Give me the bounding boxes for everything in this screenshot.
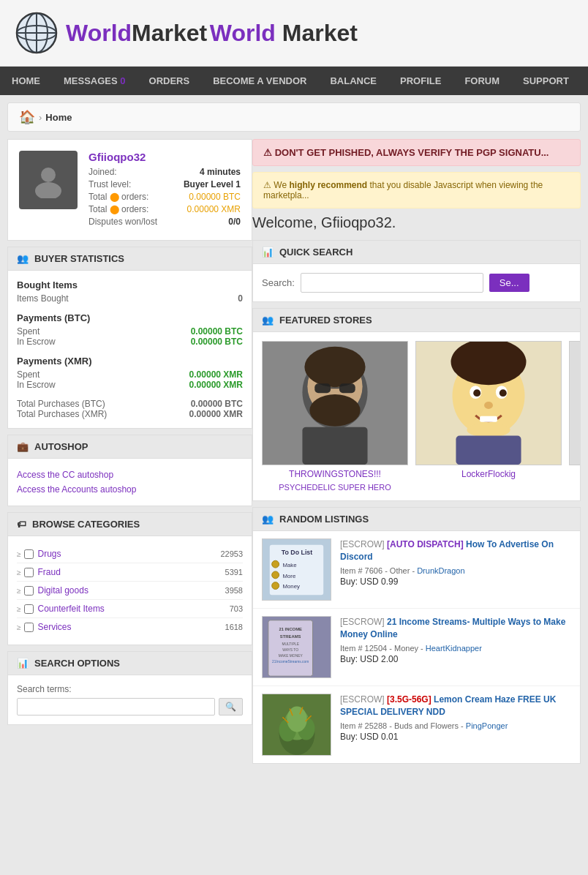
store-name-lockerflockig[interactable]: LockerFlockig (461, 469, 516, 479)
seller-link-2[interactable]: HeartKidnapper (426, 644, 482, 653)
search-terms-input[interactable] (17, 698, 215, 716)
phishing-alert: ⚠ DON'T GET PHISHED, ALWAYS VERIFY THE P… (252, 139, 581, 166)
search-submit-button[interactable]: 🔍 (219, 698, 243, 716)
logo-text: WorldMarket World Market (66, 20, 358, 47)
buyer-statistics-box: 👥 BUYER STATISTICS Bought Items Items Bo… (7, 247, 252, 429)
total-xmr-row: Total Purchases (XMR) 0.00000 XMR (17, 409, 243, 419)
profile-btc-orders: Total ⬤ orders: 0.00000 BTC (88, 192, 241, 202)
cat-link-counterfeit[interactable]: Counterfeit Items (38, 604, 230, 614)
svg-text:MAKE MONEY: MAKE MONEY (279, 654, 304, 658)
payments-xmr-group: Payments (XMR) Spent 0.00000 XMR In Escr… (17, 356, 243, 390)
svg-text:More: More (282, 573, 295, 579)
listing-title-2: [ESCROW] 21 Income Streams- Multiple Way… (340, 616, 571, 641)
table-row: To Do List Make More Money [ESCROW] [AUT… (253, 531, 580, 609)
store-image-throwingstones (262, 341, 408, 465)
quick-search-body: Search: Se... (253, 264, 580, 301)
svg-text:WAYS TO: WAYS TO (282, 648, 298, 652)
quick-search-input[interactable] (301, 273, 483, 293)
random-listings-box: 👥 RANDOM LISTINGS To Do List Make More (252, 507, 581, 764)
listing-price-1: Buy: USD 0.99 (340, 577, 571, 587)
svg-text:21IncomeStreams.com: 21IncomeStreams.com (272, 660, 309, 664)
nav: HOME MESSAGES 0 ORDERS BECOME A VENDOR B… (0, 67, 588, 95)
stores-grid: THROWINGSTONES!!! PSYCHEDELIC SUPER HERO (253, 332, 580, 500)
autoshop-body: Access the CC autoshop Access the Accoun… (8, 459, 252, 506)
store-cartoon-icon (416, 341, 561, 465)
payments-btc-group: Payments (BTC) Spent 0.00000 BTC In Escr… (17, 312, 243, 347)
svg-point-31 (272, 560, 279, 568)
cat-link-drugs[interactable]: Drugs (38, 549, 221, 559)
profile-username[interactable]: Gfiioqpo32 (88, 151, 241, 163)
cat-count-services: 1618 (225, 623, 243, 631)
nav-support[interactable]: SUPPORT (511, 67, 581, 95)
bought-items-group: Bought Items Items Bought 0 (17, 279, 243, 304)
globe-icon (15, 11, 59, 55)
sidebar: Gfiioqpo32 Joined: 4 minutes Trust level… (7, 139, 252, 770)
table-row: [ESCROW] [3.5G-56G] Lemon Cream Haze FRE… (253, 686, 580, 763)
svg-text:Make: Make (282, 562, 296, 568)
cat-checkbox-counterfeit[interactable] (24, 604, 34, 614)
store-item-throwingstones: THROWINGSTONES!!! PSYCHEDELIC SUPER HERO (262, 341, 408, 492)
nav-orders[interactable]: ORDERS (137, 67, 202, 95)
svg-rect-13 (314, 383, 331, 393)
store-name-throwingstones[interactable]: THROWINGSTONES!!! (289, 469, 381, 479)
svg-point-26 (467, 423, 510, 438)
nav-home[interactable]: HOME (0, 67, 52, 95)
cat-arrow-icon: ≥ (17, 605, 21, 613)
buyer-stats-body: Bought Items Items Bought 0 Payments (BT… (8, 271, 252, 428)
breadcrumb-arrow: › (39, 112, 42, 123)
cat-checkbox-services[interactable] (24, 623, 34, 632)
cat-checkbox-digital[interactable] (24, 586, 34, 596)
cat-link-digital[interactable]: Digital goods (38, 585, 225, 596)
xmr-spent-row: Spent 0.00000 XMR (17, 369, 243, 380)
nav-messages[interactable]: MESSAGES 0 (52, 67, 137, 95)
svg-text:MULTIPLE: MULTIPLE (282, 642, 299, 646)
list-item: ≥ Drugs 22953 (17, 545, 243, 563)
nav-balance[interactable]: BALANCE (318, 67, 388, 95)
svg-rect-14 (339, 383, 355, 393)
cat-checkbox-drugs[interactable] (24, 549, 34, 559)
main-content: Gfiioqpo32 Joined: 4 minutes Trust level… (7, 139, 581, 770)
xmr-escrow-row: In Escrow 0.00000 XMR (17, 380, 243, 390)
search-terms-label: Search terms: (17, 684, 243, 694)
seller-link-1[interactable]: DrunkDragon (417, 566, 464, 575)
autoshop-header: 💼 AUTOSHOP (8, 435, 252, 459)
listing-price-3: Buy: USD 0.01 (340, 732, 571, 742)
profile-joined: Joined: 4 minutes (88, 167, 241, 177)
store-image-lockerflockig (415, 341, 562, 465)
search-options-body: Search terms: 🔍 (8, 675, 252, 724)
listing-meta-2: Item # 12504 - Money - HeartKidnapper (340, 644, 571, 653)
listing-meta-1: Item # 7606 - Other - DrunkDragon (340, 566, 571, 575)
cat-checkbox-fraud[interactable] (24, 568, 34, 577)
header: WorldMarket World Market (0, 0, 588, 67)
quick-search-button[interactable]: Se... (489, 274, 529, 292)
warning-icon: ⚠ (263, 147, 272, 158)
cc-autoshop-link[interactable]: Access the CC autoshop (17, 467, 243, 482)
svg-point-35 (272, 582, 279, 590)
cat-link-fraud[interactable]: Fraud (38, 567, 225, 577)
accounts-autoshop-link[interactable]: Access the Accounts autoshop (17, 482, 243, 497)
table-row: 21 INCOME STREAMS MULTIPLE WAYS TO MAKE … (253, 609, 580, 686)
listing-thumbnail-2: 21 INCOME STREAMS MULTIPLE WAYS TO MAKE … (262, 616, 331, 678)
info-icon: ⚠ (263, 180, 271, 190)
svg-point-12 (309, 394, 360, 427)
cat-arrow-icon: ≥ (17, 550, 21, 558)
list-item: ≥ Counterfeit Items 703 (17, 600, 243, 618)
svg-text:To Do List: To Do List (282, 549, 312, 556)
store-item-lockerflockig: LockerFlockig (415, 341, 562, 492)
nav-forum[interactable]: FORUM (453, 67, 511, 95)
avatar (19, 151, 78, 209)
search-options-header: 📊 SEARCH OPTIONS (8, 652, 252, 675)
cat-arrow-icon: ≥ (17, 623, 21, 631)
profile-trust: Trust level: Buyer Level 1 (88, 179, 241, 189)
nav-profile[interactable]: PROFILE (388, 67, 453, 95)
store-item-partial (569, 341, 580, 492)
nav-become-vendor[interactable]: BECOME A VENDOR (201, 67, 318, 95)
flower-bud-icon (263, 694, 331, 756)
featured-stores-box: 👥 FEATURED STORES (252, 308, 581, 501)
listing-thumbnail-3 (262, 694, 331, 756)
right-content: ⚠ DON'T GET PHISHED, ALWAYS VERIFY THE P… (252, 139, 581, 770)
seller-link-3[interactable]: PingPonger (466, 721, 508, 730)
svg-rect-27 (456, 436, 521, 465)
svg-rect-16 (302, 427, 367, 465)
cat-link-services[interactable]: Services (38, 622, 225, 632)
